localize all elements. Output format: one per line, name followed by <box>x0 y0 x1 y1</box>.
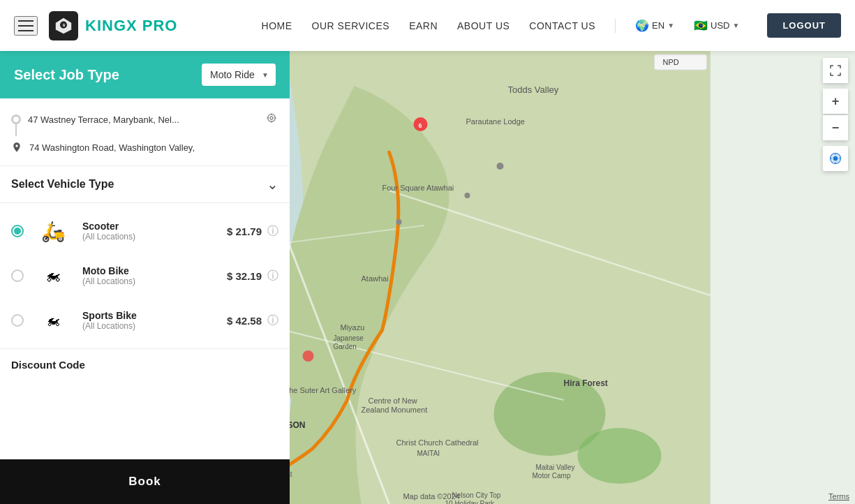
svg-point-48 <box>268 114 276 122</box>
map-controls: + − <box>823 58 848 171</box>
scooter-radio[interactable] <box>11 225 24 237</box>
destination-address: 74 Washington Road, Washington Valley, <box>29 142 278 153</box>
svg-text:The Suter Art Gallery: The Suter Art Gallery <box>285 386 357 394</box>
panel-header: Select Job Type Moto Ride Car Ride Deliv… <box>0 51 290 98</box>
chevron-down-icon-currency: ▼ <box>732 22 739 29</box>
svg-point-38 <box>465 193 470 198</box>
chevron-down-icon: ▼ <box>667 22 674 29</box>
svg-point-49 <box>270 117 273 119</box>
sportsbike-subtitle: (All Locations) <box>82 321 218 331</box>
map-terms[interactable]: Terms <box>828 492 849 501</box>
logout-button[interactable]: LOGOUT <box>767 13 841 38</box>
svg-text:Christ Church Cathedral: Christ Church Cathedral <box>396 438 479 447</box>
origin-address: 47 Wastney Terrace, Marybank, Nel... <box>28 114 258 125</box>
scooter-subtitle: (All Locations) <box>82 232 218 242</box>
scooter-price-row: $ 21.79 ⓘ <box>227 224 278 239</box>
zoom-in-button[interactable]: + <box>823 89 848 114</box>
svg-text:Zealand Monument: Zealand Monument <box>362 406 428 414</box>
svg-text:Atawhai: Atawhai <box>362 274 389 283</box>
svg-text:Maitai Valley: Maitai Valley <box>536 464 575 471</box>
sportsbike-image: 🏍 <box>32 305 74 336</box>
svg-text:Hira Forest: Hira Forest <box>564 378 608 388</box>
destination-pin-icon <box>11 142 22 153</box>
motobike-subtitle: (All Locations) <box>82 276 218 286</box>
motobike-price: $ 32.19 <box>227 270 262 282</box>
job-type-label: Select Job Type <box>14 67 119 83</box>
vehicle-type-title: Select Vehicle Type <box>11 178 114 191</box>
sidebar: Select Job Type Moto Ride Car Ride Deliv… <box>0 51 290 504</box>
motobike-info: Moto Bike (All Locations) <box>82 265 218 286</box>
vehicle-type-header[interactable]: Select Vehicle Type ⌄ <box>0 166 290 203</box>
scooter-name: Scooter <box>82 221 218 232</box>
scooter-info-button[interactable]: ⓘ <box>267 224 278 239</box>
sportsbike-info-button[interactable]: ⓘ <box>267 313 278 328</box>
motobike-name: Moto Bike <box>82 265 218 276</box>
currency-flag: 🇧🇷 <box>694 19 708 32</box>
discount-title: Discount Code <box>11 359 85 371</box>
origin-target-button[interactable] <box>265 111 278 128</box>
svg-point-37 <box>497 163 504 170</box>
svg-text:Parautane Lodge: Parautane Lodge <box>466 117 525 126</box>
svg-text:Garden: Garden <box>334 343 357 350</box>
svg-point-39 <box>396 219 402 225</box>
zoom-out-button[interactable]: − <box>823 115 848 140</box>
nav-earn[interactable]: EARN <box>409 20 438 31</box>
motobike-image: 🏍 <box>32 260 74 291</box>
book-button-container: Book <box>0 459 290 504</box>
logo-text: KINGX PRO <box>85 17 177 35</box>
motobike-info-button[interactable]: ⓘ <box>267 269 278 283</box>
svg-text:Todds Valley: Todds Valley <box>508 84 559 95</box>
vehicle-chevron-icon: ⌄ <box>267 176 278 193</box>
sportsbike-info: Sports Bike (All Locations) <box>82 310 218 331</box>
vehicle-list: 🛵 Scooter (All Locations) $ 21.79 ⓘ 🏍 Mo… <box>0 203 290 348</box>
scooter-image: 🛵 <box>32 216 74 246</box>
origin-row: 47 Wastney Terrace, Marybank, Nel... <box>11 107 278 132</box>
route-connector <box>15 122 17 136</box>
lion-icon: ♛ <box>54 16 73 36</box>
nav-about[interactable]: ABOUT US <box>457 20 510 31</box>
language-flag: 🌍 <box>635 19 649 32</box>
discount-section: Discount Code <box>0 348 290 381</box>
svg-text:Centre of New: Centre of New <box>369 396 417 405</box>
logo: ♛ KINGX PRO <box>49 11 177 40</box>
vehicle-item-motobike[interactable]: 🏍 Moto Bike (All Locations) $ 32.19 ⓘ <box>0 253 290 298</box>
nav-contact[interactable]: CONTACT US <box>529 20 595 31</box>
svg-text:MAITAI: MAITAI <box>417 450 440 457</box>
svg-point-40 <box>303 350 314 362</box>
language-selector[interactable]: 🌍 EN ▼ <box>635 19 674 32</box>
svg-text:6: 6 <box>419 122 422 129</box>
location-section: 47 Wastney Terrace, Marybank, Nel... 74 … <box>0 98 290 166</box>
sportsbike-price-row: $ 42.58 ⓘ <box>227 313 278 328</box>
job-type-wrapper: Moto Ride Car Ride Delivery <box>202 64 276 86</box>
sportsbike-name: Sports Bike <box>82 310 218 321</box>
svg-point-5 <box>578 428 662 484</box>
motobike-price-row: $ 32.19 ⓘ <box>227 269 278 283</box>
svg-text:Miyazu: Miyazu <box>341 323 365 332</box>
vehicle-section: Select Vehicle Type ⌄ 🛵 Scooter (All Loc… <box>0 166 290 504</box>
menu-button[interactable] <box>14 16 38 36</box>
nav-services[interactable]: OUR SERVICES <box>312 20 390 31</box>
svg-text:Motor Camp: Motor Camp <box>533 472 571 480</box>
sportsbike-radio[interactable] <box>11 314 24 327</box>
vehicle-item-sportsbike[interactable]: 🏍 Sports Bike (All Locations) $ 42.58 ⓘ <box>0 298 290 343</box>
nav-home[interactable]: HOME <box>262 20 292 31</box>
map-data-text: Map data ©2024 <box>403 492 460 501</box>
book-button[interactable]: Book <box>0 459 290 504</box>
header: ♛ KINGX PRO HOME OUR SERVICES EARN ABOUT… <box>0 0 855 51</box>
locate-button[interactable] <box>823 146 848 171</box>
destination-row: 74 Washington Road, Washington Valley, <box>11 138 278 157</box>
fullscreen-button[interactable] <box>823 58 848 83</box>
sportsbike-price: $ 42.58 <box>227 315 262 327</box>
svg-text:Four Square Atawhai: Four Square Atawhai <box>382 184 454 192</box>
svg-text:NPD: NPD <box>663 58 679 66</box>
vehicle-item-scooter[interactable]: 🛵 Scooter (All Locations) $ 21.79 ⓘ <box>0 209 290 253</box>
currency-code: USD <box>711 20 729 31</box>
divider <box>615 19 616 33</box>
logo-icon: ♛ <box>49 11 78 40</box>
motobike-radio[interactable] <box>11 269 24 282</box>
currency-selector[interactable]: 🇧🇷 USD ▼ <box>694 19 739 32</box>
scooter-info: Scooter (All Locations) <box>82 221 218 242</box>
svg-text:♛: ♛ <box>62 22 66 27</box>
job-type-select[interactable]: Moto Ride Car Ride Delivery <box>202 64 276 86</box>
language-code: EN <box>652 20 664 31</box>
